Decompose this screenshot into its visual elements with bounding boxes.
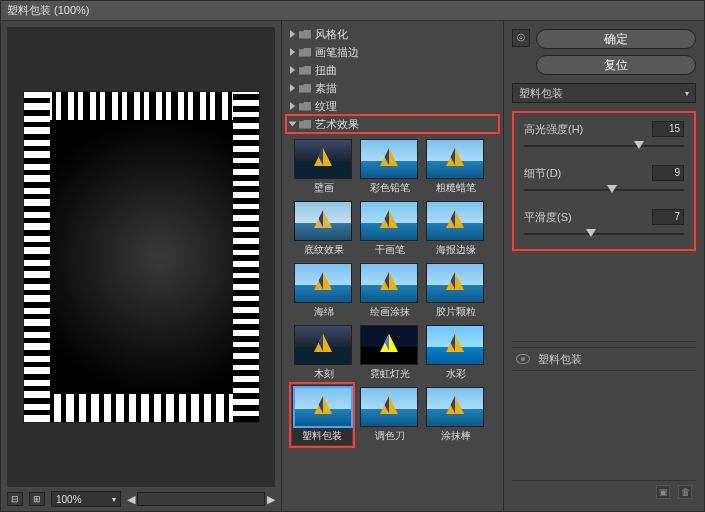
folder-icon <box>299 48 311 57</box>
thumb-6[interactable]: 海绵 <box>294 263 354 319</box>
slider-label: 平滑度(S) <box>524 210 572 225</box>
preview-image <box>24 92 259 422</box>
thumb-13[interactable]: 调色刀 <box>360 387 420 443</box>
thumbnail-image <box>294 387 352 427</box>
category-label: 画笔描边 <box>315 45 359 60</box>
thumb-9[interactable]: 木刻 <box>294 325 354 381</box>
category-label: 扭曲 <box>315 63 337 78</box>
preview-pane: ⊟ ⊞ 100% ▾ ◀ ▶ <box>1 21 281 511</box>
filter-select[interactable]: 塑料包装 ▾ <box>512 83 696 103</box>
category-2[interactable]: 扭曲 <box>286 61 499 79</box>
thumb-3[interactable]: 底纹效果 <box>294 201 354 257</box>
folder-icon <box>299 120 311 129</box>
folder-icon <box>299 102 311 111</box>
filter-select-value: 塑料包装 <box>519 86 563 101</box>
delete-effect-layer-button[interactable]: 🗑 <box>678 485 692 499</box>
disclosure-triangle-icon <box>289 122 297 127</box>
thumbnail-image <box>426 139 484 179</box>
zoom-out-button[interactable]: ⊟ <box>7 492 23 506</box>
zoom-value: 100% <box>56 494 82 505</box>
slider-group: 高光强度(H)15细节(D)9平滑度(S)7 <box>512 111 696 251</box>
thumb-14[interactable]: 涂抹棒 <box>426 387 486 443</box>
slider-knob[interactable] <box>607 185 617 193</box>
thumbnail-label: 粗糙蜡笔 <box>426 181 486 195</box>
reset-button[interactable]: 复位 <box>536 55 696 75</box>
disclosure-triangle-icon <box>290 84 295 92</box>
visibility-icon[interactable] <box>516 354 530 364</box>
zoom-bar: ⊟ ⊞ 100% ▾ ◀ ▶ <box>7 487 275 511</box>
filter-gallery-window: 塑料包装 (100%) ⊟ ⊞ 100% ▾ ◀ ▶ <box>0 0 705 512</box>
new-effect-layer-button[interactable]: ▣ <box>656 485 670 499</box>
ok-button[interactable]: 确定 <box>536 29 696 49</box>
thumbnail-image <box>426 263 484 303</box>
thumbnail-image <box>426 201 484 241</box>
slider-row-2: 平滑度(S)7 <box>524 209 684 239</box>
category-4[interactable]: 纹理 <box>286 97 499 115</box>
thumbnail-image <box>360 263 418 303</box>
hscrollbar[interactable]: ◀ ▶ <box>127 492 275 506</box>
folder-icon <box>299 30 311 39</box>
window-body: ⊟ ⊞ 100% ▾ ◀ ▶ 风格化画笔描边扭曲素描纹理艺术效果 壁画彩色铅笔粗… <box>1 21 704 511</box>
effect-layer-row[interactable]: 塑料包装 <box>512 347 696 371</box>
effect-layers-panel: 塑料包装 ▣ 🗑 <box>512 341 696 503</box>
zoom-dropdown[interactable]: 100% ▾ <box>51 491 121 507</box>
thumbnail-grid: 壁画彩色铅笔粗糙蜡笔底纹效果干画笔海报边缘海绵绘画涂抹胶片颗粒木刻霓虹灯光水彩塑… <box>286 133 499 443</box>
thumb-10[interactable]: 霓虹灯光 <box>360 325 420 381</box>
category-label: 艺术效果 <box>315 117 359 132</box>
slider-label: 细节(D) <box>524 166 561 181</box>
category-5[interactable]: 艺术效果 <box>286 115 499 133</box>
thumbnail-label: 调色刀 <box>360 429 420 443</box>
chevron-down-icon: ▾ <box>685 89 689 98</box>
collapse-icon[interactable]: ⦾ <box>512 29 530 47</box>
thumb-2[interactable]: 粗糙蜡笔 <box>426 139 486 195</box>
controls-pane: ⦾ 确定 复位 塑料包装 ▾ 高光强度(H)15细节(D)9平滑度(S)7 塑料… <box>504 21 704 511</box>
scroll-left-icon[interactable]: ◀ <box>127 493 135 506</box>
thumbnail-label: 海报边缘 <box>426 243 486 257</box>
thumb-0[interactable]: 壁画 <box>294 139 354 195</box>
disclosure-triangle-icon <box>290 102 295 110</box>
slider-label: 高光强度(H) <box>524 122 583 137</box>
category-0[interactable]: 风格化 <box>286 25 499 43</box>
thumb-1[interactable]: 彩色铅笔 <box>360 139 420 195</box>
thumbnail-image <box>360 387 418 427</box>
thumb-8[interactable]: 胶片颗粒 <box>426 263 486 319</box>
thumbnail-image <box>294 325 352 365</box>
slider-row-1: 细节(D)9 <box>524 165 684 195</box>
slider-track[interactable] <box>524 229 684 239</box>
thumbnail-image <box>426 387 484 427</box>
category-3[interactable]: 素描 <box>286 79 499 97</box>
zoom-in-button[interactable]: ⊞ <box>29 492 45 506</box>
disclosure-triangle-icon <box>290 66 295 74</box>
titlebar[interactable]: 塑料包装 (100%) <box>1 1 704 21</box>
slider-value[interactable]: 7 <box>652 209 684 225</box>
thumbnail-label: 塑料包装 <box>294 429 350 443</box>
window-title: 塑料包装 (100%) <box>7 3 90 18</box>
slider-value[interactable]: 15 <box>652 121 684 137</box>
thumbnail-label: 水彩 <box>426 367 486 381</box>
slider-track[interactable] <box>524 141 684 151</box>
thumb-4[interactable]: 干画笔 <box>360 201 420 257</box>
slider-track[interactable] <box>524 185 684 195</box>
thumbnail-image <box>294 263 352 303</box>
thumbnail-image <box>426 325 484 365</box>
thumbnail-label: 胶片颗粒 <box>426 305 486 319</box>
thumb-7[interactable]: 绘画涂抹 <box>360 263 420 319</box>
thumbnail-image <box>294 201 352 241</box>
slider-row-0: 高光强度(H)15 <box>524 121 684 151</box>
slider-value[interactable]: 9 <box>652 165 684 181</box>
category-1[interactable]: 画笔描边 <box>286 43 499 61</box>
folder-icon <box>299 66 311 75</box>
scroll-right-icon[interactable]: ▶ <box>267 493 275 506</box>
hscroll-track[interactable] <box>137 492 265 506</box>
thumbnail-label: 霓虹灯光 <box>360 367 420 381</box>
effect-layer-name: 塑料包装 <box>538 352 582 367</box>
thumb-11[interactable]: 水彩 <box>426 325 486 381</box>
slider-knob[interactable] <box>586 229 596 237</box>
slider-knob[interactable] <box>634 141 644 149</box>
thumbnail-image <box>360 325 418 365</box>
category-label: 素描 <box>315 81 337 96</box>
thumbnail-label: 壁画 <box>294 181 354 195</box>
thumb-5[interactable]: 海报边缘 <box>426 201 486 257</box>
preview-canvas[interactable] <box>7 27 275 487</box>
thumb-12[interactable]: 塑料包装 <box>292 385 352 445</box>
